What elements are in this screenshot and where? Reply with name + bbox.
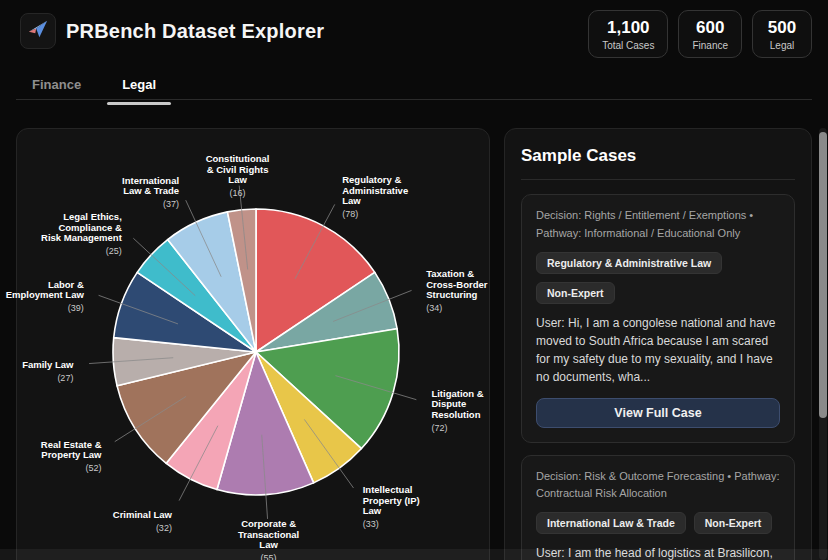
- pie-slice-label: International: [122, 175, 179, 186]
- tab-legal[interactable]: Legal: [122, 77, 156, 105]
- case-card-list: Decision: Rights / Entitlement / Exempti…: [521, 194, 795, 560]
- case-tag: Non-Expert: [694, 512, 773, 534]
- page-title: PRBench Dataset Explorer: [66, 20, 324, 43]
- pie-slice-count: (16): [230, 188, 246, 198]
- stat-card-finance: 600Finance: [678, 10, 742, 58]
- sample-cases-panel: Sample Cases Decision: Rights / Entitlem…: [504, 128, 812, 560]
- case-tag: International Law & Trade: [536, 512, 686, 534]
- pie-slice-label: Resolution: [431, 409, 480, 420]
- pie-slice-label: Administrative: [342, 185, 408, 196]
- pie-slice-label: Criminal Law: [113, 509, 173, 520]
- pie-slice-label: Family Law: [22, 359, 74, 370]
- case-user-excerpt: User: Hi, I am a congolese national and …: [536, 314, 780, 387]
- stat-card-total-cases: 1,100Total Cases: [588, 10, 668, 58]
- case-tags: Regulatory & Administrative LawNon-Exper…: [536, 252, 780, 304]
- pie-slice-label: Property Law: [41, 449, 102, 460]
- stat-label: Finance: [692, 40, 728, 51]
- case-card: Decision: Rights / Entitlement / Exempti…: [521, 194, 795, 443]
- sample-cases-title: Sample Cases: [521, 146, 795, 166]
- pie-slice-count: (72): [431, 423, 447, 433]
- pie-slice-label: Regulatory &: [342, 174, 401, 185]
- case-tag: Regulatory & Administrative Law: [536, 252, 722, 274]
- paper-plane-icon: [27, 18, 49, 44]
- pie-slice-count: (55): [261, 553, 277, 560]
- pie-slice-label: Compliance &: [58, 222, 121, 233]
- pie-slice-count: (78): [342, 209, 358, 219]
- case-decision-pathway: Decision: Risk & Outcome Forecasting • P…: [536, 468, 780, 504]
- tab-finance[interactable]: Finance: [32, 77, 81, 105]
- pie-slice-label: Labor &: [48, 279, 84, 290]
- stat-label: Total Cases: [602, 40, 654, 51]
- pie-slice-label: Constitutional: [206, 153, 270, 164]
- pie-slice-label: Law: [342, 195, 361, 206]
- pie-slice-count: (25): [106, 246, 122, 256]
- category-pie-chart-panel: Regulatory &AdministrativeLaw(78)Taxatio…: [16, 128, 490, 560]
- view-full-case-button[interactable]: View Full Case: [536, 398, 780, 428]
- sample-cases-divider: [521, 179, 795, 180]
- pie-slice-label: Dispute: [431, 398, 466, 409]
- app-logo: [20, 13, 56, 49]
- pie-slice-label: Structuring: [426, 289, 477, 300]
- case-user-excerpt: User: I am the head of logistics at Bras…: [536, 544, 780, 560]
- pie-slice-count: (37): [163, 199, 179, 209]
- case-tags: International Law & TradeNon-Expert: [536, 512, 780, 534]
- page-scrollbar-track[interactable]: [819, 128, 827, 560]
- stat-value: 1,100: [602, 18, 654, 38]
- pie-slice-label: Employment Law: [6, 289, 85, 300]
- legal-category-pie-chart: Regulatory &AdministrativeLaw(78)Taxatio…: [17, 129, 491, 560]
- stat-card-legal: 500Legal: [752, 10, 812, 58]
- pie-slice-label: & Civil Rights: [207, 164, 269, 175]
- pie-slice-label: Law: [228, 174, 247, 185]
- pie-slice-count: (39): [68, 303, 84, 313]
- pie-slice-label: Law: [259, 539, 278, 550]
- pie-slice-label: Property (IP): [363, 495, 420, 506]
- page-scrollbar-thumb[interactable]: [819, 132, 827, 418]
- pie-slice-label: Law & Trade: [123, 185, 179, 196]
- pie-slice-label: Litigation &: [431, 388, 483, 399]
- pie-slice-label: Risk Management: [41, 232, 123, 243]
- stats-cards: 1,100Total Cases600Finance500Legal: [588, 10, 812, 58]
- pie-slice-count: (52): [85, 463, 101, 473]
- pie-slice-label: Taxation &: [426, 268, 474, 279]
- stat-label: Legal: [766, 40, 798, 51]
- pie-slice-count: (34): [426, 303, 442, 313]
- pie-slice-label: Law: [363, 505, 382, 516]
- case-tag: Non-Expert: [536, 282, 615, 304]
- stat-value: 600: [692, 18, 728, 38]
- pie-slice-count: (33): [363, 519, 379, 529]
- pie-slice-label: Intellectual: [363, 484, 413, 495]
- case-decision-pathway: Decision: Rights / Entitlement / Exempti…: [536, 207, 780, 243]
- case-card: Decision: Risk & Outcome Forecasting • P…: [521, 455, 795, 560]
- tabs-divider: [16, 99, 812, 100]
- pie-slice-label: Transactional: [238, 529, 299, 540]
- pie-slice-count: (27): [57, 373, 73, 383]
- pie-slice-label: Corporate &: [241, 518, 296, 529]
- stat-value: 500: [766, 18, 798, 38]
- pie-slice-label: Cross-Border: [426, 279, 488, 290]
- pie-slice-label: Legal Ethics,: [63, 211, 122, 222]
- prbench-dataset-explorer: { "header": { "title": "PRBench Dataset …: [0, 0, 828, 560]
- pie-slice-label: Real Estate &: [41, 439, 102, 450]
- pie-slice-count: (32): [156, 523, 172, 533]
- tab-bar: FinanceLegal: [32, 77, 156, 105]
